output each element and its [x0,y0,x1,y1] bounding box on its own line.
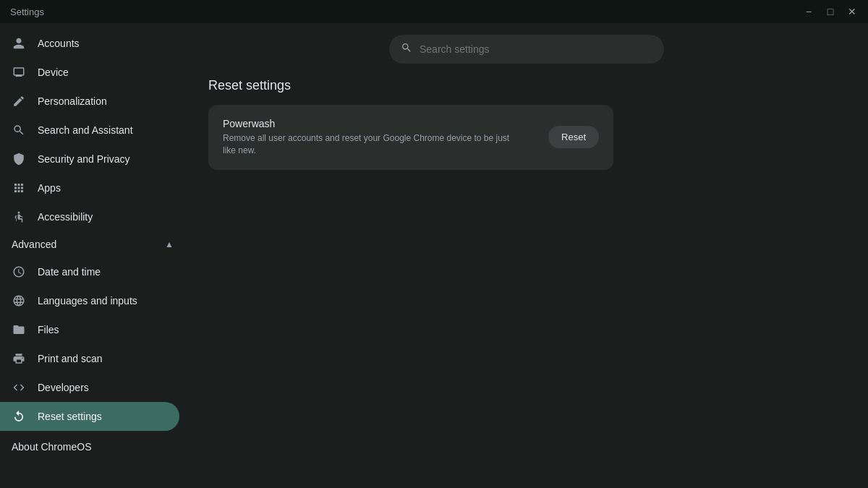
advanced-section-header[interactable]: Advanced ▲ [0,231,185,257]
sidebar-label-files: Files [38,324,59,335]
sidebar-item-accessibility[interactable]: Accessibility [0,202,179,231]
sidebar-item-date-time[interactable]: Date and time [0,257,179,286]
sidebar-item-device[interactable]: Device [0,58,179,87]
search-assistant-icon [12,123,26,137]
sidebar-item-security-privacy[interactable]: Security and Privacy [0,145,179,174]
sidebar-label-device: Device [38,67,69,78]
close-button[interactable]: ✕ [842,4,862,20]
sidebar: Accounts Device Personalization Search a… [0,23,185,488]
sidebar-item-search-assistant[interactable]: Search and Assistant [0,116,179,145]
sidebar-label-date-time: Date and time [38,266,101,278]
minimize-button[interactable]: − [799,4,819,20]
sidebar-item-print-scan[interactable]: Print and scan [0,344,179,373]
print-icon [12,351,26,366]
powerwash-card: Powerwash Remove all user accounts and r… [208,105,613,170]
search-input[interactable] [420,43,652,55]
personalization-icon [12,94,26,108]
date-time-icon [12,265,26,279]
sidebar-item-apps[interactable]: Apps [0,174,179,202]
sidebar-item-accounts[interactable]: Accounts [0,29,179,58]
sidebar-label-about-chromeos: About ChromeOS [12,441,92,453]
sidebar-item-files[interactable]: Files [0,315,179,344]
app-title: Settings [6,7,44,17]
powerwash-title: Powerwash [223,118,512,129]
svg-point-0 [18,212,20,214]
sidebar-label-search-assistant: Search and Assistant [38,124,133,136]
languages-icon [12,294,26,308]
app-layout: Accounts Device Personalization Search a… [0,23,868,488]
accounts-icon [12,36,26,51]
files-icon [12,322,26,337]
sidebar-label-reset-settings: Reset settings [38,411,102,422]
device-icon [12,65,26,80]
content-area: Reset settings Powerwash Remove all user… [185,78,868,488]
search-bar [389,35,664,64]
powerwash-description: Remove all user accounts and reset your … [223,132,512,157]
accessibility-icon [12,210,26,224]
search-bar-icon [401,42,412,56]
window-controls: − □ ✕ [799,4,862,20]
sidebar-label-security-privacy: Security and Privacy [38,153,130,165]
sidebar-label-personalization: Personalization [38,95,107,107]
sidebar-item-about-chromeos[interactable]: About ChromeOS [0,434,185,460]
reset-button[interactable]: Reset [548,126,599,148]
sidebar-label-apps: Apps [38,182,61,194]
sidebar-label-accessibility: Accessibility [38,211,93,223]
sidebar-label-accounts: Accounts [38,38,80,49]
sidebar-item-developers[interactable]: Developers [0,373,179,402]
maximize-button[interactable]: □ [820,4,841,20]
titlebar: Settings − □ ✕ [0,0,868,23]
sidebar-label-print-scan: Print and scan [38,353,103,364]
powerwash-card-text: Powerwash Remove all user accounts and r… [223,118,512,157]
developers-icon [12,380,26,395]
sidebar-label-developers: Developers [38,382,89,393]
apps-icon [12,181,26,195]
sidebar-item-personalization[interactable]: Personalization [0,87,179,116]
main-content: Reset settings Powerwash Remove all user… [185,23,868,488]
sidebar-item-reset-settings[interactable]: Reset settings [0,402,179,431]
page-title: Reset settings [208,78,845,93]
advanced-chevron-icon: ▲ [165,239,174,249]
reset-settings-icon [12,409,26,424]
advanced-section-label: Advanced [12,239,56,250]
search-area [185,23,868,78]
sidebar-label-languages-inputs: Languages and inputs [38,295,137,307]
security-icon [12,152,26,166]
sidebar-item-languages-inputs[interactable]: Languages and inputs [0,286,179,315]
